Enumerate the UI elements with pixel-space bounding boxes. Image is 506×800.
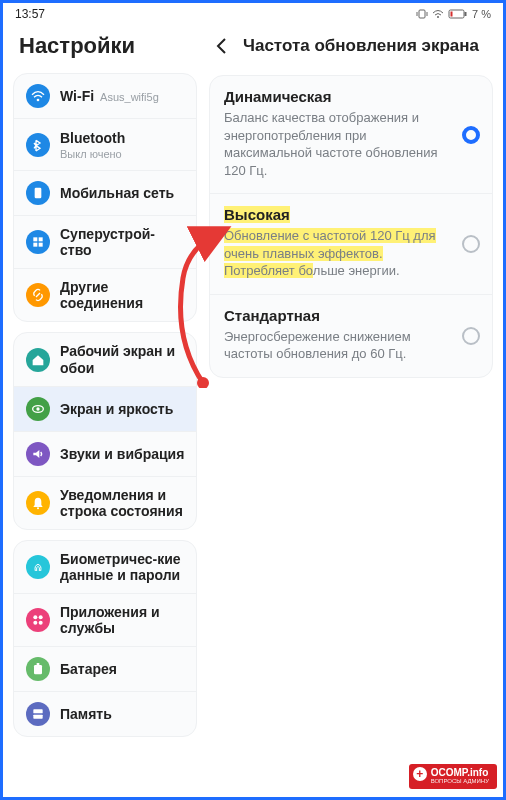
sidebar-item-battery[interactable]: Батарея [14, 647, 196, 692]
finger-icon [26, 555, 50, 579]
option-desc: Энергосбережение снижением частоты обнов… [224, 328, 450, 363]
sidebar-item-label: Wi-Fi [60, 88, 94, 104]
sidebar-item-label: Звуки и вибрация [60, 446, 184, 462]
svg-rect-22 [33, 710, 42, 714]
option-high[interactable]: ВысокаяОбновление с частотой 120 Гц для … [210, 194, 492, 295]
status-time: 13:57 [15, 7, 45, 21]
sidebar-item-labels: Звуки и вибрация [60, 446, 186, 462]
sidebar-item-label: Уведомления и строка состояния [60, 487, 186, 519]
eye-icon [26, 397, 50, 421]
bt-icon [26, 133, 50, 157]
sidebar-item-labels: Уведомления и строка состояния [60, 487, 186, 519]
option-dynamic[interactable]: ДинамическаяБаланс качества отображения … [210, 76, 492, 194]
option-desc: Обновление с частотой 120 Гц для очень п… [224, 227, 450, 280]
svg-rect-11 [33, 243, 37, 247]
svg-point-15 [37, 507, 39, 509]
sidebar-group: Биометричес-кие данные и паролиПриложени… [13, 540, 197, 737]
option-desc: Баланс качества отображения и энергопотр… [224, 109, 450, 179]
sidebar-item-display[interactable]: Экран и яркость [14, 387, 196, 432]
battery-icon [448, 9, 468, 19]
page-title: Настройки [19, 33, 197, 59]
sidebar-item-labels: BluetoothВыкл ючено [60, 129, 186, 160]
vibrate-icon [416, 9, 428, 19]
wifi-icon [432, 9, 444, 19]
sidebar-item-label: Биометричес-кие данные и пароли [60, 551, 186, 583]
sidebar-item-labels: Другие соединения [60, 279, 186, 311]
watermark-line1: OCOMP.info [431, 767, 489, 778]
sidebar-item-label: Мобильная сеть [60, 185, 174, 201]
sidebar-item-label: Рабочий экран и обои [60, 343, 186, 375]
option-title: Стандартная [224, 307, 450, 324]
sidebar-item-label: Батарея [60, 661, 117, 677]
sidebar-item-labels: Батарея [60, 661, 186, 677]
back-button[interactable] [211, 35, 233, 57]
battery-pct: 7 % [472, 8, 491, 20]
sidebar-item-sound[interactable]: Звуки и вибрация [14, 432, 196, 477]
settings-sidebar: Настройки Wi-FiAsus_wifi5gBluetoothВыкл … [3, 23, 203, 795]
svg-point-17 [39, 615, 43, 619]
svg-rect-8 [35, 188, 42, 199]
svg-point-7 [37, 99, 40, 102]
status-right: 7 % [416, 8, 491, 20]
sidebar-item-wifi[interactable]: Wi-FiAsus_wifi5g [14, 74, 196, 119]
sidebar-item-apps[interactable]: Приложения и службы [14, 594, 196, 647]
sidebar-item-more[interactable]: Другие соединения [14, 269, 196, 321]
detail-title: Частота обновления экрана [243, 36, 479, 56]
option-title: Высокая [224, 206, 450, 223]
apps-icon [26, 608, 50, 632]
sidebar-item-labels: Рабочий экран и обои [60, 343, 186, 375]
sidebar-item-sub: Asus_wifi5g [100, 91, 159, 103]
status-bar: 13:57 7 % [3, 3, 503, 23]
sidebar-item-super[interactable]: Суперустрой-ство [14, 216, 196, 269]
sidebar-item-label: Другие соединения [60, 279, 186, 311]
svg-rect-21 [37, 663, 40, 665]
svg-rect-23 [33, 715, 42, 719]
link-icon [26, 283, 50, 307]
sidebar-item-bluetooth[interactable]: BluetoothВыкл ючено [14, 119, 196, 171]
svg-point-16 [33, 615, 37, 619]
svg-rect-5 [465, 12, 467, 16]
svg-point-14 [36, 407, 39, 410]
sim-icon [26, 181, 50, 205]
sidebar-item-labels: Экран и яркость [60, 401, 186, 417]
sidebar-item-labels: Приложения и службы [60, 604, 186, 636]
svg-rect-10 [39, 238, 43, 242]
radio-standard[interactable] [462, 327, 480, 345]
svg-rect-12 [39, 243, 43, 247]
sidebar-item-labels: Суперустрой-ство [60, 226, 186, 258]
arrow-left-icon [213, 37, 231, 55]
bell-icon [26, 491, 50, 515]
radio-high[interactable] [462, 235, 480, 253]
sidebar-item-label: Память [60, 706, 112, 722]
storage-icon [26, 702, 50, 726]
option-standard[interactable]: СтандартнаяЭнергосбережение снижением ча… [210, 295, 492, 377]
sidebar-group: Wi-FiAsus_wifi5gBluetoothВыкл юченоМобил… [13, 73, 197, 322]
sidebar-item-label: Bluetooth [60, 130, 125, 146]
svg-point-3 [437, 16, 439, 18]
sidebar-item-labels: Биометричес-кие данные и пароли [60, 551, 186, 583]
sidebar-item-home[interactable]: Рабочий экран и обои [14, 333, 196, 386]
sidebar-item-labels: Мобильная сеть [60, 185, 186, 201]
radio-dynamic[interactable] [462, 126, 480, 144]
sidebar-item-label: Приложения и службы [60, 604, 186, 636]
wifi-icon [26, 84, 50, 108]
sidebar-item-mobile[interactable]: Мобильная сеть [14, 171, 196, 216]
svg-point-18 [33, 621, 37, 625]
svg-rect-20 [34, 665, 42, 674]
sidebar-item-storage[interactable]: Память [14, 692, 196, 736]
batt-icon [26, 657, 50, 681]
sidebar-item-sub: Выкл ючено [60, 148, 186, 160]
sidebar-group: Рабочий экран и обоиЭкран и яркостьЗвуки… [13, 332, 197, 529]
sidebar-item-labels: Wi-FiAsus_wifi5g [60, 88, 186, 104]
home-icon [26, 348, 50, 372]
svg-rect-6 [451, 12, 453, 17]
plus-icon: + [413, 767, 427, 781]
sidebar-item-notif[interactable]: Уведомления и строка состояния [14, 477, 196, 529]
sidebar-item-label: Суперустрой-ство [60, 226, 186, 258]
refresh-rate-options: ДинамическаяБаланс качества отображения … [209, 75, 493, 378]
sound-icon [26, 442, 50, 466]
sidebar-item-bio[interactable]: Биометричес-кие данные и пароли [14, 541, 196, 594]
option-title: Динамическая [224, 88, 450, 105]
sidebar-item-label: Экран и яркость [60, 401, 173, 417]
svg-point-19 [39, 621, 43, 625]
